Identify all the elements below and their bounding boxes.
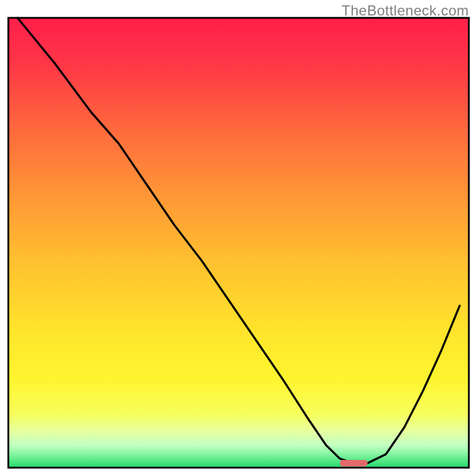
plot-background bbox=[8, 18, 469, 468]
watermark-label: TheBottleneck.com bbox=[342, 2, 469, 19]
bottleneck-chart bbox=[0, 0, 476, 476]
chart-container: TheBottleneck.com bbox=[0, 0, 476, 476]
optimal-range-marker bbox=[340, 460, 367, 466]
